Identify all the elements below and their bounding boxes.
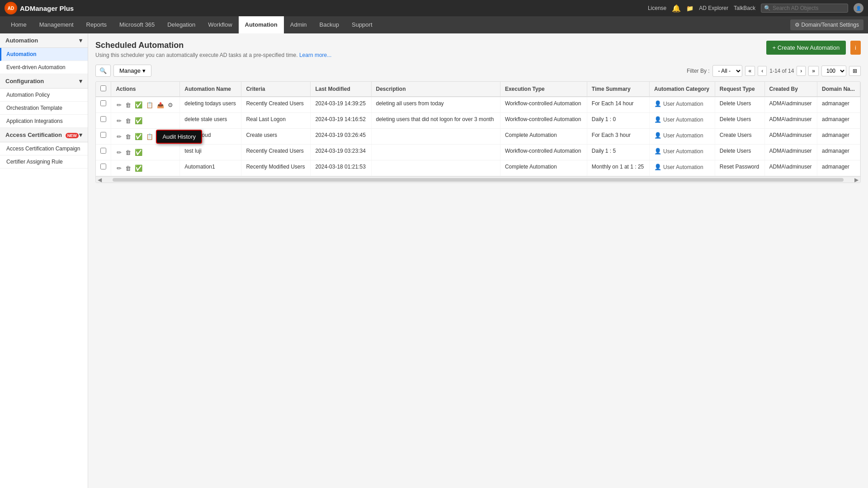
row-checkbox[interactable] <box>100 100 106 106</box>
select-all-checkbox[interactable] <box>100 85 106 91</box>
page-size-select[interactable]: 100 <box>821 66 846 76</box>
delete-icon[interactable]: 🗑 <box>124 132 132 141</box>
delete-icon[interactable]: 🗑 <box>124 164 132 173</box>
search-button[interactable]: 🔍 <box>95 65 111 77</box>
delete-icon[interactable]: 🗑 <box>124 101 132 109</box>
prev-page-button[interactable]: ‹ <box>758 66 767 76</box>
col-description: Description <box>371 82 500 97</box>
created-by-cell-value: ADMA\adminuser <box>769 148 812 154</box>
talkback-link[interactable]: TalkBack <box>734 5 755 11</box>
info-button[interactable]: i <box>850 41 861 55</box>
nav-home[interactable]: Home <box>5 16 33 33</box>
nav-microsoft365[interactable]: Microsoft 365 <box>113 16 161 33</box>
scroll-right-arrow[interactable]: ▶ <box>853 177 860 183</box>
license-link[interactable]: License <box>648 5 666 11</box>
avatar[interactable]: 👤 <box>854 3 863 13</box>
sidebar-item-orchestration[interactable]: Orchestration Template <box>0 102 88 115</box>
criteria-cell: Recently Created Users <box>241 97 311 113</box>
learn-more-link[interactable]: Learn more... <box>299 52 331 58</box>
enable-icon[interactable]: ✅ <box>134 132 143 141</box>
action-icons: ✏🗑✅ <box>116 116 175 125</box>
nav-admin[interactable]: Admin <box>284 16 313 33</box>
edit-icon[interactable]: ✏ <box>116 101 123 109</box>
sidebar-configuration-header[interactable]: Configuration ▾ <box>0 74 88 89</box>
last-page-button[interactable]: » <box>808 66 819 76</box>
edit-icon[interactable]: ✏ <box>116 117 123 125</box>
sidebar-access-cert-header[interactable]: Access Certification NEW ▾ <box>0 128 88 142</box>
criteria-cell: Real Last Logon <box>241 113 311 129</box>
row-checkbox[interactable] <box>100 132 106 138</box>
automation-category-content: 👤User Automation <box>654 164 710 170</box>
scroll-thumb[interactable] <box>113 178 844 182</box>
horizontal-scrollbar[interactable]: ◀ ▶ <box>96 176 860 183</box>
search-box: 🔍 <box>761 4 848 13</box>
row-checkbox[interactable] <box>100 164 106 169</box>
sidebar-automation-header[interactable]: Automation ▾ <box>0 33 88 48</box>
manage-button[interactable]: Manage ▾ <box>113 65 151 77</box>
nav-management[interactable]: Management <box>33 16 80 33</box>
row-checkbox[interactable] <box>100 116 106 122</box>
nav-automation[interactable]: Automation <box>239 16 284 33</box>
automation-category-content: 👤User Automation <box>654 100 710 107</box>
domain-name-cell-value: admanager <box>822 100 849 107</box>
request-type-cell-value: Delete Users <box>720 148 751 154</box>
delete-icon[interactable]: 🗑 <box>124 117 132 125</box>
page-subtitle: Using this scheduler you can automatical… <box>95 52 331 58</box>
enable-icon[interactable]: ✅ <box>134 148 143 157</box>
edit-icon[interactable]: ✏ <box>116 148 123 157</box>
nav-reports[interactable]: Reports <box>80 16 113 33</box>
sidebar-item-event-driven[interactable]: Event-driven Automation <box>0 61 88 74</box>
row-actions-cell: ✏🗑✅ <box>111 113 180 129</box>
row-checkbox-cell <box>96 113 111 129</box>
next-page-button[interactable]: › <box>797 66 806 76</box>
sidebar-item-access-cert-campaign[interactable]: Access Certification Campaign <box>0 142 88 155</box>
nav-delegation[interactable]: Delegation <box>161 16 202 33</box>
delete-icon[interactable]: 🗑 <box>124 148 132 157</box>
nav-backup[interactable]: Backup <box>313 16 345 33</box>
sidebar-item-automation[interactable]: Automation <box>0 48 88 61</box>
automation-name-cell: test luji <box>180 145 241 160</box>
row-actions-cell: ✏🗑✅ <box>111 160 180 176</box>
search-input[interactable] <box>773 5 845 11</box>
export-icon[interactable]: 📤 <box>156 101 165 109</box>
sidebar-item-certifier-assigning[interactable]: Certifier Assigning Rule <box>0 155 88 169</box>
sidebar-item-app-integrations[interactable]: Application Integrations <box>0 115 88 128</box>
nav-support[interactable]: Support <box>345 16 379 33</box>
nav-workflow[interactable]: Workflow <box>202 16 238 33</box>
last-modified-cell-value: 2024-03-18 01:21:53 <box>315 164 365 170</box>
scroll-left-arrow[interactable]: ◀ <box>96 177 104 183</box>
domain-settings-button[interactable]: ⚙ Domain/Tenant Settings <box>790 19 863 30</box>
copy-icon[interactable]: 📋 <box>145 101 154 109</box>
ad-explorer-link[interactable]: AD Explorer <box>699 5 728 11</box>
created-by-cell: ADMA\adminuser <box>764 129 817 145</box>
enable-icon[interactable]: ✅ <box>134 100 143 109</box>
time-summary-cell: Monthly on 1 at 1 : 25 <box>587 160 649 176</box>
edit-icon[interactable]: ✏ <box>116 132 123 141</box>
created-by-cell-value: ADMA\adminuser <box>769 164 812 170</box>
first-page-button[interactable]: « <box>745 66 755 76</box>
row-actions-cell: ✏🗑✅📋📤⚙ <box>111 97 180 113</box>
create-automation-button[interactable]: + Create New Automation <box>766 41 846 55</box>
tooltip-wrapper: 📋Audit History <box>145 133 154 140</box>
sidebar-item-automation-policy[interactable]: Automation Policy <box>0 89 88 102</box>
new-badge: NEW <box>66 133 79 138</box>
user-icon: 👤 <box>654 116 661 123</box>
row-checkbox[interactable] <box>100 148 106 154</box>
edit-icon[interactable]: ✏ <box>116 164 123 173</box>
action-icons: ✏🗑✅ <box>116 148 175 157</box>
settings-icon[interactable]: ⚙ <box>167 101 174 109</box>
copy-icon[interactable]: 📋 <box>145 132 154 141</box>
bell-icon[interactable]: 🔔 <box>672 4 681 13</box>
automation-category-content: 👤User Automation <box>654 132 710 139</box>
filter-dropdown[interactable]: - All - <box>712 65 742 77</box>
gear-icon: ⚙ <box>795 22 800 28</box>
column-settings-button[interactable]: ⊞ <box>849 66 861 76</box>
page-header-left: Scheduled Automation Using this schedule… <box>95 41 331 58</box>
criteria-cell-value: Recently Created Users <box>246 148 303 154</box>
row-checkbox-cell <box>96 97 111 113</box>
enable-icon[interactable]: ✅ <box>134 116 143 125</box>
automation-category-cell: 👤User Automation <box>649 97 715 113</box>
automation-category-text: User Automation <box>663 101 703 107</box>
nav-bar: Home Management Reports Microsoft 365 De… <box>0 16 868 33</box>
enable-icon[interactable]: ✅ <box>134 164 143 173</box>
